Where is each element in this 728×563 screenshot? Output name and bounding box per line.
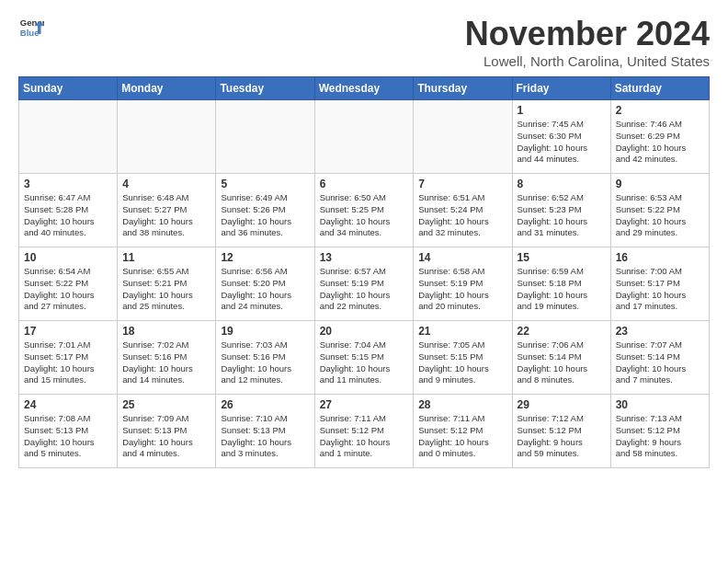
calendar-week-2: 3Sunrise: 6:47 AM Sunset: 5:28 PM Daylig… [19,174,710,247]
day-info: Sunrise: 7:05 AM Sunset: 5:15 PM Dayligh… [418,339,506,386]
day-info: Sunrise: 7:46 AM Sunset: 6:29 PM Dayligh… [616,119,704,166]
day-number: 2 [616,104,704,117]
calendar-cell: 29Sunrise: 7:12 AM Sunset: 5:12 PM Dayli… [512,395,610,468]
calendar-cell [314,100,414,174]
calendar-cell: 12Sunrise: 6:56 AM Sunset: 5:20 PM Dayli… [216,247,314,321]
weekday-header-saturday: Saturday [610,77,709,100]
calendar-cell: 1Sunrise: 7:45 AM Sunset: 6:30 PM Daylig… [512,100,610,174]
day-number: 6 [320,178,409,190]
logo-icon: General Blue [18,15,44,40]
day-info: Sunrise: 7:08 AM Sunset: 5:13 PM Dayligh… [24,413,112,460]
calendar-cell: 22Sunrise: 7:06 AM Sunset: 5:14 PM Dayli… [512,321,610,395]
day-info: Sunrise: 6:47 AM Sunset: 5:28 PM Dayligh… [24,192,112,239]
day-info: Sunrise: 7:11 AM Sunset: 5:12 PM Dayligh… [418,413,506,460]
day-info: Sunrise: 7:04 AM Sunset: 5:15 PM Dayligh… [320,339,409,386]
calendar-cell: 11Sunrise: 6:55 AM Sunset: 5:21 PM Dayli… [118,247,216,321]
day-info: Sunrise: 6:58 AM Sunset: 5:19 PM Dayligh… [418,266,506,313]
day-number: 24 [24,398,112,411]
weekday-header-monday: Monday [118,77,216,100]
day-info: Sunrise: 7:02 AM Sunset: 5:16 PM Dayligh… [122,339,210,386]
weekday-header-row: SundayMondayTuesdayWednesdayThursdayFrid… [19,77,710,100]
calendar-cell: 15Sunrise: 6:59 AM Sunset: 5:18 PM Dayli… [512,247,610,321]
calendar-cell [216,100,314,174]
calendar-cell: 6Sunrise: 6:50 AM Sunset: 5:25 PM Daylig… [314,174,414,247]
calendar-cell: 16Sunrise: 7:00 AM Sunset: 5:17 PM Dayli… [610,247,709,321]
title-block: November 2024 Lowell, North Carolina, Un… [465,15,710,69]
calendar-cell: 30Sunrise: 7:13 AM Sunset: 5:12 PM Dayli… [610,395,709,468]
day-info: Sunrise: 6:53 AM Sunset: 5:22 PM Dayligh… [616,192,704,239]
day-number: 21 [418,325,506,338]
calendar-cell: 17Sunrise: 7:01 AM Sunset: 5:17 PM Dayli… [19,321,118,395]
location: Lowell, North Carolina, United States [465,53,710,69]
day-info: Sunrise: 6:57 AM Sunset: 5:19 PM Dayligh… [320,266,409,313]
day-number: 1 [518,104,606,117]
day-info: Sunrise: 7:07 AM Sunset: 5:14 PM Dayligh… [616,339,704,386]
day-info: Sunrise: 7:00 AM Sunset: 5:17 PM Dayligh… [616,266,704,313]
day-info: Sunrise: 6:55 AM Sunset: 5:21 PM Dayligh… [122,266,210,313]
day-info: Sunrise: 7:11 AM Sunset: 5:12 PM Dayligh… [320,413,409,460]
day-info: Sunrise: 6:52 AM Sunset: 5:23 PM Dayligh… [518,192,606,239]
day-number: 10 [24,251,112,264]
logo: General Blue [18,15,44,40]
calendar-cell: 20Sunrise: 7:04 AM Sunset: 5:15 PM Dayli… [314,321,414,395]
calendar-cell: 10Sunrise: 6:54 AM Sunset: 5:22 PM Dayli… [19,247,118,321]
calendar-cell: 26Sunrise: 7:10 AM Sunset: 5:13 PM Dayli… [216,395,314,468]
day-info: Sunrise: 7:45 AM Sunset: 6:30 PM Dayligh… [518,119,606,166]
weekday-header-tuesday: Tuesday [216,77,314,100]
weekday-header-wednesday: Wednesday [314,77,414,100]
day-number: 23 [616,325,704,338]
day-number: 18 [122,325,210,338]
calendar-cell: 27Sunrise: 7:11 AM Sunset: 5:12 PM Dayli… [314,395,414,468]
calendar-cell: 13Sunrise: 6:57 AM Sunset: 5:19 PM Dayli… [314,247,414,321]
day-info: Sunrise: 7:12 AM Sunset: 5:12 PM Dayligh… [518,413,606,460]
calendar-cell [414,100,512,174]
calendar-cell: 4Sunrise: 6:48 AM Sunset: 5:27 PM Daylig… [118,174,216,247]
day-info: Sunrise: 7:01 AM Sunset: 5:17 PM Dayligh… [24,339,112,386]
month-title: November 2024 [465,15,710,53]
day-info: Sunrise: 7:03 AM Sunset: 5:16 PM Dayligh… [221,339,309,386]
day-number: 13 [320,251,409,264]
day-number: 25 [122,398,210,411]
calendar-cell: 9Sunrise: 6:53 AM Sunset: 5:22 PM Daylig… [610,174,709,247]
day-number: 4 [122,178,210,190]
day-info: Sunrise: 6:50 AM Sunset: 5:25 PM Dayligh… [320,192,409,239]
day-number: 16 [616,251,704,264]
day-info: Sunrise: 6:56 AM Sunset: 5:20 PM Dayligh… [221,266,309,313]
day-info: Sunrise: 6:48 AM Sunset: 5:27 PM Dayligh… [122,192,210,239]
calendar-cell: 21Sunrise: 7:05 AM Sunset: 5:15 PM Dayli… [414,321,512,395]
calendar-week-4: 17Sunrise: 7:01 AM Sunset: 5:17 PM Dayli… [19,321,710,395]
calendar-cell: 3Sunrise: 6:47 AM Sunset: 5:28 PM Daylig… [19,174,118,247]
calendar-cell: 14Sunrise: 6:58 AM Sunset: 5:19 PM Dayli… [414,247,512,321]
calendar-cell [19,100,118,174]
calendar-cell: 23Sunrise: 7:07 AM Sunset: 5:14 PM Dayli… [610,321,709,395]
calendar-cell: 18Sunrise: 7:02 AM Sunset: 5:16 PM Dayli… [118,321,216,395]
calendar-cell: 19Sunrise: 7:03 AM Sunset: 5:16 PM Dayli… [216,321,314,395]
calendar-week-3: 10Sunrise: 6:54 AM Sunset: 5:22 PM Dayli… [19,247,710,321]
day-info: Sunrise: 7:06 AM Sunset: 5:14 PM Dayligh… [518,339,606,386]
day-number: 19 [221,325,309,338]
svg-text:Blue: Blue [20,28,40,38]
day-number: 5 [221,178,309,190]
calendar-week-1: 1Sunrise: 7:45 AM Sunset: 6:30 PM Daylig… [19,100,710,174]
day-number: 28 [418,398,506,411]
day-info: Sunrise: 6:59 AM Sunset: 5:18 PM Dayligh… [518,266,606,313]
weekday-header-sunday: Sunday [19,77,118,100]
day-number: 20 [320,325,409,338]
calendar-cell: 8Sunrise: 6:52 AM Sunset: 5:23 PM Daylig… [512,174,610,247]
day-number: 8 [518,178,606,190]
day-number: 15 [518,251,606,264]
day-number: 22 [518,325,606,338]
day-number: 17 [24,325,112,338]
calendar-cell: 25Sunrise: 7:09 AM Sunset: 5:13 PM Dayli… [118,395,216,468]
day-info: Sunrise: 7:10 AM Sunset: 5:13 PM Dayligh… [221,413,309,460]
calendar: SundayMondayTuesdayWednesdayThursdayFrid… [18,76,710,468]
weekday-header-friday: Friday [512,77,610,100]
day-info: Sunrise: 6:54 AM Sunset: 5:22 PM Dayligh… [24,266,112,313]
day-info: Sunrise: 7:09 AM Sunset: 5:13 PM Dayligh… [122,413,210,460]
day-info: Sunrise: 6:51 AM Sunset: 5:24 PM Dayligh… [418,192,506,239]
calendar-week-5: 24Sunrise: 7:08 AM Sunset: 5:13 PM Dayli… [19,395,710,468]
day-number: 11 [122,251,210,264]
page-header: General Blue November 2024 Lowell, North… [18,15,710,69]
day-number: 14 [418,251,506,264]
calendar-cell [118,100,216,174]
